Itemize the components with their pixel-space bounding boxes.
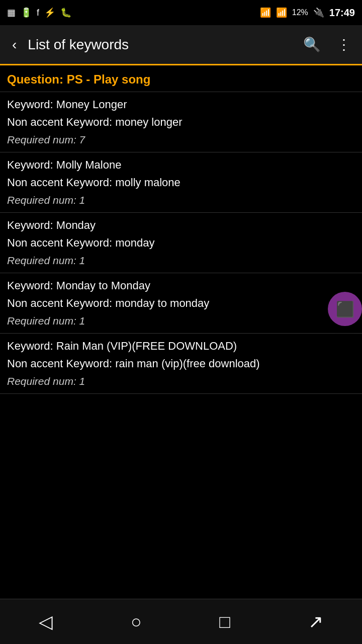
usb-icon: ⚡ <box>44 7 55 18</box>
required-num-line: Required num: 1 <box>7 313 355 328</box>
keyword-line: Keyword: Monday to Monday <box>7 278 355 294</box>
content: Question: PS - Play song Keyword: Money … <box>0 65 362 394</box>
share-nav-button[interactable]: ↗ <box>298 606 333 637</box>
required-num-line: Required num: 1 <box>7 253 355 268</box>
keyword-line: Keyword: Monday <box>7 218 355 233</box>
battery-percent: 12% <box>292 8 308 17</box>
bug-icon: 🐛 <box>60 7 71 18</box>
keyword-group: Keyword: MondayNon accent Keyword: monda… <box>0 213 362 273</box>
status-bar-right: 📶 📶 12% 🔌 17:49 <box>260 7 355 19</box>
facebook-icon: f <box>37 8 39 18</box>
keyword-list: Keyword: Money LongerNon accent Keyword:… <box>0 92 362 394</box>
app-bar-actions: 🔍 ⋮ <box>300 33 354 56</box>
keyword-line: Keyword: Molly Malone <box>7 157 355 173</box>
keyword-group: Keyword: Monday to MondayNon accent Keyw… <box>0 273 362 334</box>
battery-icon: 🔌 <box>313 7 324 18</box>
bottom-nav: ◁ ○ □ ↗ <box>0 599 362 644</box>
non-accent-line: Non accent Keyword: money longer <box>7 115 355 130</box>
search-button[interactable]: 🔍 <box>300 33 324 56</box>
keyword-line: Keyword: Rain Man (VIP)(FREE DOWNLOAD) <box>7 339 355 354</box>
status-bar: ▦ 🔋 f ⚡ 🐛 📶 📶 12% 🔌 17:49 <box>0 0 362 25</box>
fab-icon: ⬛ <box>336 300 354 318</box>
required-num-line: Required num: 1 <box>7 193 355 207</box>
app-bar: ‹ List of keywords 🔍 ⋮ <box>0 25 362 65</box>
recent-nav-button[interactable]: □ <box>209 606 240 637</box>
fab-button[interactable]: ⬛ <box>328 292 362 326</box>
wifi-icon: 📶 <box>260 7 271 18</box>
status-time: 17:49 <box>329 7 355 19</box>
non-accent-line: Non accent Keyword: monday to monday <box>7 296 355 311</box>
grid-icon: ▦ <box>7 7 16 18</box>
non-accent-line: Non accent Keyword: molly malone <box>7 175 355 191</box>
status-bar-left: ▦ 🔋 f ⚡ 🐛 <box>7 7 71 18</box>
usb-battery-icon: 🔋 <box>21 7 32 18</box>
required-num-line: Required num: 7 <box>7 132 355 147</box>
back-button[interactable]: ‹ <box>8 33 21 57</box>
question-header: Question: PS - Play song <box>0 65 362 92</box>
required-num-line: Required num: 1 <box>7 374 355 388</box>
home-nav-button[interactable]: ○ <box>121 606 152 637</box>
page-title: List of keywords <box>28 37 300 53</box>
keyword-line: Keyword: Money Longer <box>7 97 355 113</box>
keyword-group: Keyword: Rain Man (VIP)(FREE DOWNLOAD)No… <box>0 334 362 394</box>
question-text: Question: PS - Play song <box>7 72 150 86</box>
non-accent-line: Non accent Keyword: monday <box>7 235 355 251</box>
signal-icon: 📶 <box>276 7 287 18</box>
more-options-button[interactable]: ⋮ <box>334 33 354 56</box>
keyword-group: Keyword: Money LongerNon accent Keyword:… <box>0 92 362 152</box>
back-nav-button[interactable]: ◁ <box>29 606 63 637</box>
keyword-group: Keyword: Molly MaloneNon accent Keyword:… <box>0 152 362 213</box>
non-accent-line: Non accent Keyword: rain man (vip)(free … <box>7 356 355 372</box>
